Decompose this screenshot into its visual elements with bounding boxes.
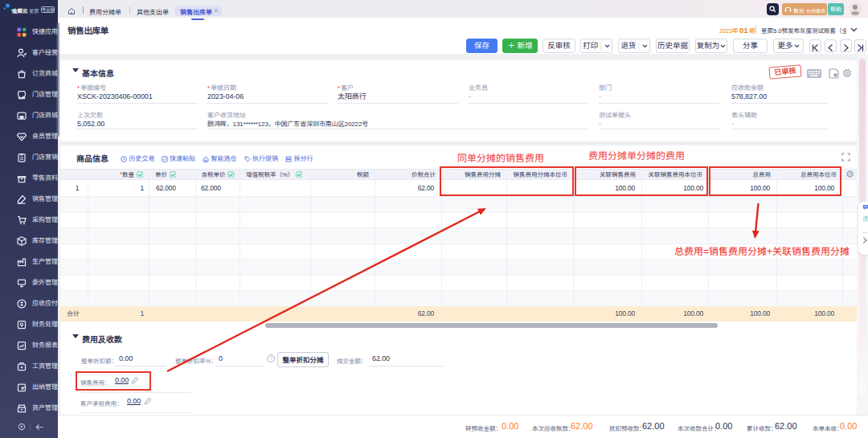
svg-text:?: ? (864, 215, 867, 221)
svg-text:?: ? (269, 355, 272, 361)
